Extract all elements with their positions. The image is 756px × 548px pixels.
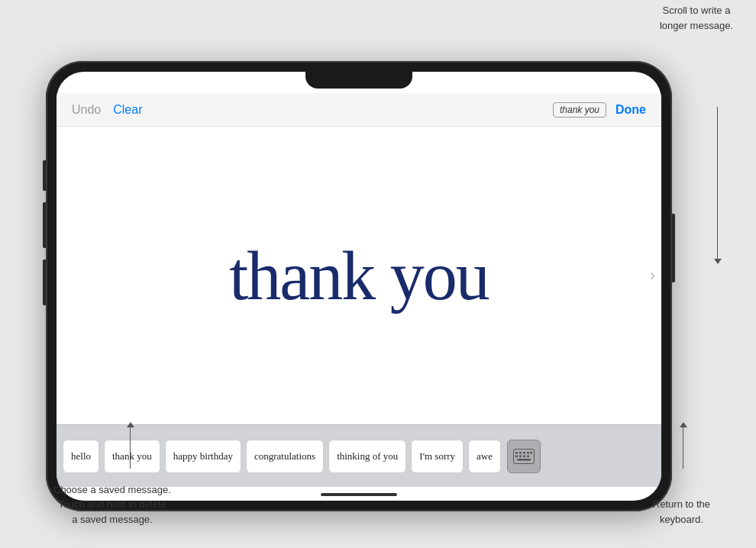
svg-rect-9 (527, 455, 529, 457)
keyboard-annotation: Return to the keyboard. (653, 497, 710, 527)
notch (305, 72, 412, 89)
suggestion-congratulations[interactable]: congratulations (246, 440, 324, 473)
suggestions-bar: hello thank you happy birthday congratul… (57, 424, 661, 487)
toolbar-left: Undo Clear (72, 103, 142, 117)
clear-button[interactable]: Clear (113, 103, 142, 117)
svg-rect-10 (517, 459, 531, 461)
svg-rect-5 (530, 452, 532, 454)
svg-rect-1 (515, 452, 518, 454)
home-indicator (321, 493, 397, 496)
preview-badge: thank you (553, 102, 606, 118)
suggestion-thank-you[interactable]: thank you (104, 440, 160, 473)
volume-down-button (43, 259, 46, 305)
suggestion-hello[interactable]: hello (63, 440, 99, 473)
phone-screen: Undo Clear thank you Done thank you › he… (57, 72, 661, 501)
mute-button (43, 160, 46, 191)
svg-rect-4 (527, 452, 529, 454)
toolbar-right: thank you Done (553, 102, 646, 118)
svg-rect-6 (515, 455, 518, 457)
undo-button[interactable]: Undo (72, 103, 101, 117)
top-right-arrow (717, 107, 718, 259)
keyboard-button[interactable] (507, 440, 541, 473)
suggestion-happy-birthday[interactable]: happy birthday (165, 440, 241, 473)
svg-rect-2 (519, 452, 522, 454)
keyboard-icon (513, 449, 535, 464)
phone-frame: Undo Clear thank you Done thank you › he… (46, 61, 672, 511)
scroll-right-icon: › (650, 266, 655, 285)
volume-up-button (43, 202, 46, 248)
done-button[interactable]: Done (615, 103, 646, 117)
power-button (672, 214, 675, 282)
suggestion-thinking-of-you[interactable]: thinking of you (328, 440, 406, 473)
svg-rect-7 (519, 455, 522, 457)
scroll-annotation: Scroll to write a longer message. (660, 3, 733, 33)
handwriting-content: thank you (229, 237, 488, 315)
suggestion-im-sorry[interactable]: I'm sorry (411, 440, 464, 473)
saved-message-annotation: Choose a saved message. Touch and hold t… (53, 482, 171, 527)
saved-message-arrow (130, 427, 131, 469)
toolbar: Undo Clear thank you Done (57, 93, 661, 127)
suggestion-awe[interactable]: awe (468, 440, 501, 473)
svg-rect-8 (523, 455, 525, 457)
drawing-area[interactable]: thank you › (57, 127, 661, 424)
svg-rect-3 (523, 452, 525, 454)
keyboard-return-arrow (683, 427, 683, 469)
